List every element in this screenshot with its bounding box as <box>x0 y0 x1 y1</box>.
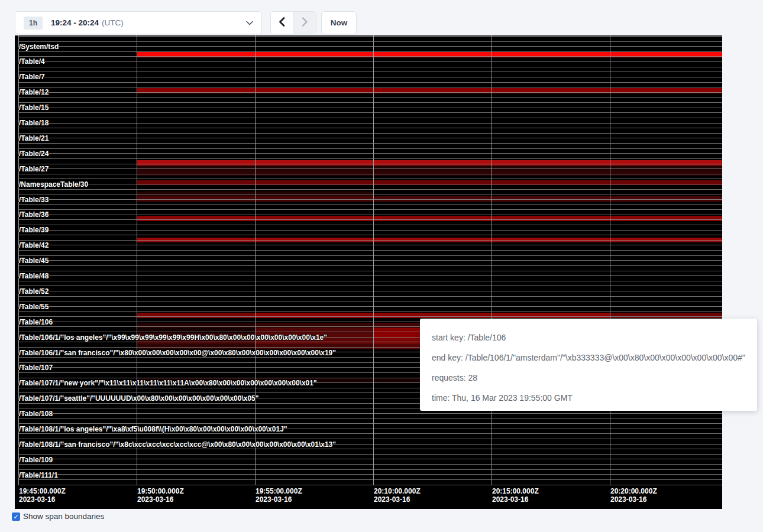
span-boundary-line <box>18 271 722 271</box>
prev-range-button[interactable] <box>271 12 294 34</box>
span-boundary-line <box>18 459 722 459</box>
span-boundary-line <box>18 265 722 266</box>
span-boundary-line <box>18 245 722 245</box>
x-axis-tick: 19:50:00.000Z 2023-03-16 <box>137 487 184 504</box>
tooltip-end-key: end key: /Table/106/1/"amsterdam"/"\xb33… <box>432 348 757 368</box>
span-boundary-line <box>18 301 722 301</box>
span-boundary-line <box>18 118 722 118</box>
span-boundary-line <box>18 469 722 470</box>
time-bucket-line <box>18 35 19 485</box>
span-boundary-line <box>18 275 722 276</box>
span-key-label: /Table/36 <box>19 211 49 219</box>
span-boundary-line <box>18 209 722 210</box>
span-boundary-line <box>18 439 722 439</box>
span-boundary-line <box>18 449 722 449</box>
x-axis-tick: 19:45:00.000Z 2023-03-16 <box>19 487 66 504</box>
span-boundary-line <box>18 67 722 67</box>
span-boundary-line <box>18 423 722 424</box>
span-boundary-line <box>18 199 722 200</box>
chevron-right-icon <box>302 17 308 28</box>
now-button[interactable]: Now <box>321 11 357 34</box>
span-boundary-line <box>18 41 722 42</box>
chevron-down-icon <box>246 21 253 25</box>
span-key-label: /Table/108 <box>19 410 53 418</box>
span-key-label: /Table/24 <box>19 150 49 158</box>
span-boundary-line <box>18 255 722 256</box>
time-bucket-line <box>373 35 374 485</box>
x-axis-tick: 20:10:00.000Z 2023-03-16 <box>374 487 421 504</box>
span-key-label: /Table/106 <box>19 319 53 326</box>
span-boundary-line <box>18 143 722 144</box>
span-boundary-line <box>18 158 722 159</box>
span-key-label: /Table/106/1/"san francisco"/"\x80\x00\x… <box>19 349 336 357</box>
x-axis-tick: 20:20:00.000Z 2023-03-16 <box>610 487 657 504</box>
span-boundary-line <box>18 56 722 57</box>
time-bucket-line <box>137 35 137 485</box>
span-key-label: /Table/48 <box>19 273 49 280</box>
span-boundary-line <box>18 296 722 297</box>
span-key-label: /Table/107/1/"seattle"/"UUUUUUD\x00\x80\… <box>19 395 258 403</box>
span-key-label: /Table/45 <box>19 257 49 265</box>
heat-band <box>492 313 610 318</box>
span-boundary-line <box>18 189 722 190</box>
span-boundary-line <box>18 464 722 465</box>
span-boundary-line <box>18 235 722 235</box>
span-key-label: /Table/55 <box>19 303 49 311</box>
span-boundary-line <box>18 133 722 134</box>
span-boundary-line <box>18 286 722 286</box>
span-boundary-line <box>18 215 722 215</box>
span-boundary-line <box>18 485 722 485</box>
span-boundary-line <box>18 184 722 184</box>
span-key-label: /Table/39 <box>19 226 49 234</box>
span-boundary-line <box>18 112 722 113</box>
range-timezone: (UTC) <box>102 18 124 27</box>
heat-band <box>137 313 255 318</box>
span-boundary-line <box>18 204 722 205</box>
span-boundary-line <box>18 454 722 455</box>
span-boundary-line <box>18 474 722 475</box>
span-key-label: /Table/111/1 <box>19 472 58 479</box>
span-boundary-line <box>18 138 722 138</box>
heat-band <box>137 328 255 333</box>
time-bucket-line <box>255 35 256 485</box>
span-boundary-line <box>18 311 722 312</box>
span-boundary-line <box>18 179 722 179</box>
heat-band <box>255 328 373 333</box>
span-key-label: /Table/33 <box>19 196 49 204</box>
span-boundary-line <box>18 168 722 169</box>
heat-band <box>137 323 255 328</box>
span-key-label: /Table/27 <box>19 166 49 173</box>
next-range-button[interactable] <box>294 12 316 34</box>
span-boundary-line <box>18 230 722 231</box>
span-key-label: /Table/108/1/"los angeles"/"\xa8\xf5\u00… <box>19 426 287 433</box>
time-range-select[interactable]: 1h 19:24 - 20:24 (UTC) <box>15 11 262 34</box>
span-boundary-line <box>18 82 722 83</box>
span-boundary-line <box>18 260 722 261</box>
range-text: 19:24 - 20:24 <box>51 18 99 27</box>
span-boundary-line <box>18 419 722 419</box>
span-key-label: /NamespaceTable/30 <box>19 181 88 189</box>
show-span-boundaries-label: Show span boundaries <box>23 512 104 521</box>
tooltip-start-key: start key: /Table/106 <box>432 327 757 348</box>
show-span-boundaries-checkbox[interactable]: ✓ <box>12 512 20 521</box>
span-boundary-line <box>18 77 722 77</box>
heat-band <box>137 333 255 339</box>
tooltip-time: time: Thu, 16 Mar 2023 19:55:00 GMT <box>432 388 757 408</box>
key-visualizer-canvas[interactable]: /System/tsd/Table/4/Table/7/Table/12/Tab… <box>15 35 722 509</box>
time-nav-group <box>270 11 316 34</box>
span-key-label: /Table/21 <box>19 135 49 142</box>
time-bucket-line <box>492 35 492 485</box>
heat-band <box>137 160 722 166</box>
span-boundary-line <box>18 102 722 103</box>
span-boundary-line <box>18 433 722 434</box>
span-boundary-line <box>18 61 722 62</box>
span-boundary-line <box>18 444 722 445</box>
time-bucket-line <box>610 35 610 485</box>
span-boundary-line <box>18 108 722 108</box>
span-boundary-line <box>18 219 722 220</box>
span-boundary-line <box>18 36 722 37</box>
footer-controls: ✓ Show span boundaries <box>12 512 104 521</box>
heat-band <box>137 166 722 171</box>
span-boundary-line <box>18 174 722 174</box>
x-axis-tick: 19:55:00.000Z 2023-03-16 <box>256 487 302 504</box>
